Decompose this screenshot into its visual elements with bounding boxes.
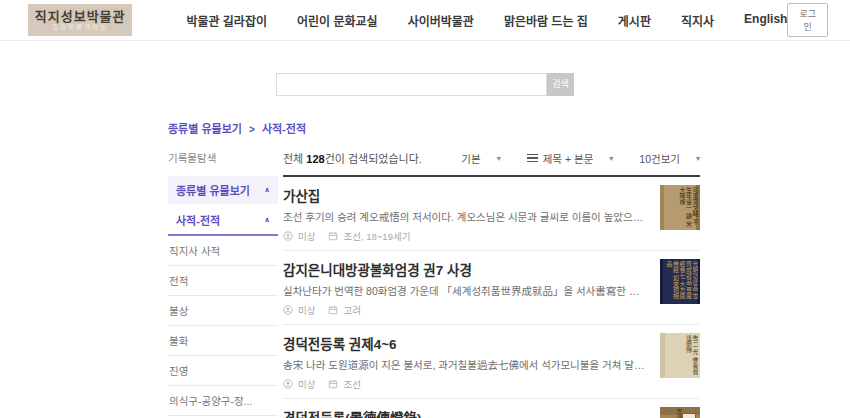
result-item-text: 가산집 조선 후기의 승려 계오戒悟의 저서이다. 계오스님은 시문과 글씨로 … bbox=[283, 185, 648, 243]
sidebar-item-ritual-objects[interactable]: 의식구-공양구-장... bbox=[168, 385, 278, 415]
calendar-icon bbox=[328, 305, 338, 315]
chevron-up-icon: ∧ bbox=[264, 216, 270, 224]
caret-down-icon: ▾ bbox=[609, 154, 613, 163]
nav-item-museum-guide[interactable]: 박물관 길라잡이 bbox=[186, 12, 267, 29]
site-logo[interactable]: 직지성보박물관 直指聖寶博物館 bbox=[28, 4, 132, 36]
sidebar-active-label: 사적-전적 bbox=[176, 212, 220, 228]
site-logo-subtitle: 直指聖寶博物館 bbox=[52, 24, 108, 31]
result-item-description: 송宋 나라 도원道源이 지은 불서로, 과거칠불過去七佛에서 석가모니불을 거쳐… bbox=[283, 357, 648, 372]
nav-item-cyber-museum[interactable]: 사이버박물관 bbox=[408, 12, 474, 29]
calendar-icon bbox=[328, 231, 338, 241]
per-page-dropdown-label: 10건보기 bbox=[639, 151, 680, 166]
result-item-date: 고려 bbox=[343, 303, 360, 317]
result-item-text: 감지은니대방광불화엄경 권7 사경 실차난타가 번역한 80화엄경 가운데 「세… bbox=[283, 259, 648, 317]
author-icon bbox=[283, 379, 293, 389]
sidebar-group-label: 종류별 유물보기 bbox=[176, 182, 250, 198]
nav-item-fresh-breeze-house[interactable]: 맑은바람 드는 집 bbox=[504, 12, 588, 29]
result-item-meta: 미상 조선 bbox=[283, 377, 648, 391]
result-item-title[interactable]: 가산집 bbox=[283, 185, 648, 205]
caret-down-icon: ▾ bbox=[497, 154, 501, 163]
results-summary: 전체 128건이 검색되었습니다. bbox=[283, 150, 422, 166]
result-item-meta: 미상 고려 bbox=[283, 303, 648, 317]
results-bar: 전체 128건이 검색되었습니다. 기본 ▾ 제목 + 본문 ▾ 10건보기 ▾ bbox=[283, 150, 700, 177]
result-item: 경덕전등록 권제4~6 송宋 나라 도원道源이 지은 불서로, 과거칠불過去七佛… bbox=[283, 325, 700, 399]
header: 직지성보박물관 直指聖寶博物館 박물관 길라잡이 어린이 문화교실 사이버박물관… bbox=[0, 0, 850, 41]
result-item-author: 미상 bbox=[298, 377, 315, 391]
result-item-description: 실차난타가 번역한 80화엄경 가운데 「세계성취품世界成就品」을 서사書寫한 … bbox=[283, 283, 648, 298]
item-thumbnail[interactable] bbox=[660, 185, 700, 230]
breadcrumb-parent[interactable]: 종류별 유물보기 bbox=[168, 123, 242, 135]
item-thumbnail[interactable] bbox=[660, 333, 700, 378]
sidebar-group-by-type[interactable]: 종류별 유물보기 ∧ bbox=[168, 176, 278, 204]
per-page-dropdown[interactable]: 10건보기 ▾ bbox=[639, 151, 700, 166]
results-total-prefix: 전체 bbox=[283, 153, 306, 165]
nav-item-jikjisa[interactable]: 직지사 bbox=[681, 12, 714, 29]
results-controls: 기본 ▾ 제목 + 본문 ▾ 10건보기 ▾ bbox=[461, 151, 700, 166]
result-item: 경덕전등록(景德傳燈錄) 『경덕전등록景德傳燈錄』은 송대宋代에 도원道原이 경… bbox=[283, 399, 700, 418]
author-icon bbox=[283, 231, 293, 241]
main-nav: 박물관 길라잡이 어린이 문화교실 사이버박물관 맑은바람 드는 집 게시판 직… bbox=[186, 12, 787, 29]
sort-dropdown-label: 기본 bbox=[461, 151, 480, 166]
nav-item-children-class[interactable]: 어린이 문화교실 bbox=[297, 12, 378, 29]
item-thumbnail[interactable] bbox=[660, 407, 700, 418]
site-logo-title: 직지성보박물관 bbox=[35, 10, 126, 24]
sidebar-item-sajeok-jeonjeok-active[interactable]: 사적-전적 ∧ bbox=[168, 204, 278, 236]
result-item: 가산집 조선 후기의 승려 계오戒悟의 저서이다. 계오스님은 시문과 글씨로 … bbox=[283, 177, 700, 251]
main: 기록물탐색 종류별 유물보기 ∧ 사적-전적 ∧ 직지사 사적 전적 불상 불화… bbox=[0, 136, 850, 418]
results-total-count: 128 bbox=[306, 153, 324, 165]
chevron-up-icon: ∧ bbox=[264, 186, 270, 194]
search-button[interactable]: 검색 bbox=[547, 73, 574, 96]
result-item-text: 경덕전등록 권제4~6 송宋 나라 도원道源이 지은 불서로, 과거칠불過去七佛… bbox=[283, 333, 648, 391]
scope-dropdown-label: 제목 + 본문 bbox=[543, 151, 594, 166]
nav-item-english[interactable]: English bbox=[744, 12, 787, 29]
result-item-text: 경덕전등록(景德傳燈錄) 『경덕전등록景德傳燈錄』은 송대宋代에 도원道原이 경… bbox=[283, 407, 648, 418]
breadcrumb: 종류별 유물보기 > 사적-전적 bbox=[168, 120, 850, 136]
item-thumbnail[interactable] bbox=[660, 259, 700, 304]
result-item-title[interactable]: 경덕전등록 권제4~6 bbox=[283, 333, 648, 353]
sidebar-title: 기록물탐색 bbox=[168, 150, 278, 165]
breadcrumb-current: 사적-전적 bbox=[262, 123, 306, 135]
result-item-author: 미상 bbox=[298, 303, 315, 317]
scope-dropdown[interactable]: 제목 + 본문 ▾ bbox=[527, 151, 614, 166]
sidebar-item-jeonjeok[interactable]: 전적 bbox=[168, 265, 278, 295]
result-item-title[interactable]: 경덕전등록(景德傳燈錄) bbox=[283, 407, 648, 418]
list-icon bbox=[527, 154, 538, 162]
nav-item-board[interactable]: 게시판 bbox=[618, 12, 651, 29]
results-content: 전체 128건이 검색되었습니다. 기본 ▾ 제목 + 본문 ▾ 10건보기 ▾ bbox=[283, 150, 700, 418]
sidebar-item-jinyeong[interactable]: 진영 bbox=[168, 355, 278, 385]
results-total-suffix: 건이 검색되었습니다. bbox=[325, 153, 422, 165]
author-icon bbox=[283, 305, 293, 315]
sidebar-item-jikjisa-sajeok[interactable]: 직지사 사적 bbox=[168, 236, 278, 265]
breadcrumb-separator: > bbox=[249, 124, 255, 135]
result-item-date: 조선, 18~19세기 bbox=[343, 229, 410, 243]
calendar-icon bbox=[328, 379, 338, 389]
result-item-meta: 미상 조선, 18~19세기 bbox=[283, 229, 648, 243]
result-item-title[interactable]: 감지은니대방광불화엄경 권7 사경 bbox=[283, 259, 648, 279]
result-item-date: 조선 bbox=[343, 377, 360, 391]
search-input[interactable] bbox=[276, 73, 547, 96]
sidebar-item-bulhwa[interactable]: 불화 bbox=[168, 325, 278, 355]
result-item-author: 미상 bbox=[298, 229, 315, 243]
caret-down-icon: ▾ bbox=[696, 154, 700, 163]
login-button[interactable]: 로그인 bbox=[787, 3, 828, 37]
sidebar: 기록물탐색 종류별 유물보기 ∧ 사적-전적 ∧ 직지사 사적 전적 불상 불화… bbox=[168, 150, 278, 418]
result-item: 감지은니대방광불화엄경 권7 사경 실차난타가 번역한 80화엄경 가운데 「세… bbox=[283, 251, 700, 325]
sort-dropdown[interactable]: 기본 ▾ bbox=[461, 151, 500, 166]
search-section: 검색 bbox=[0, 41, 850, 107]
sidebar-item-bulsang[interactable]: 불상 bbox=[168, 295, 278, 325]
result-item-description: 조선 후기의 승려 계오戒悟의 저서이다. 계오스님은 시문과 글씨로 이름이 … bbox=[283, 209, 648, 224]
